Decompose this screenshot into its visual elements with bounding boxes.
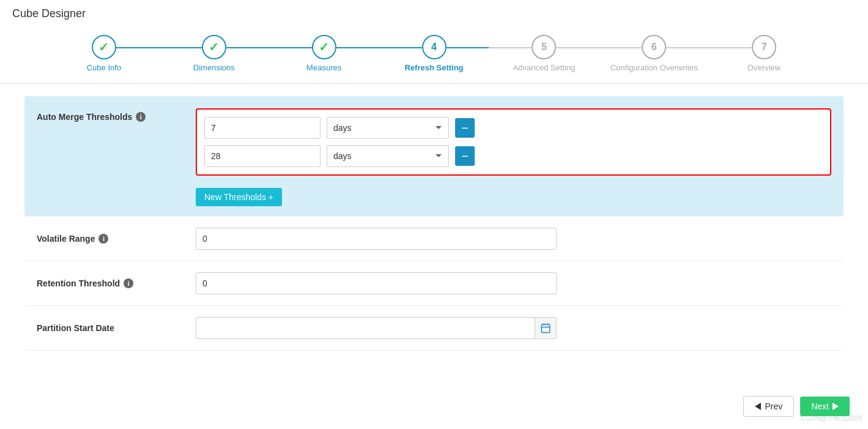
svg-marker-5	[833, 403, 839, 410]
step-2[interactable]: ✓ Dimensions	[159, 35, 269, 72]
step-4-circle: 4	[422, 35, 447, 59]
app-title: Cube Designer	[12, 7, 856, 20]
prev-button[interactable]: Prev	[743, 396, 794, 417]
step-3[interactable]: ✓ Measures	[269, 35, 379, 72]
step-6[interactable]: 6 Configuration Overwrites	[599, 35, 709, 72]
auto-merge-section: Auto Merge Thresholds i days weeks month…	[24, 96, 844, 217]
threshold-2-select[interactable]: days weeks months	[327, 145, 449, 167]
threshold-1-select[interactable]: days weeks months	[327, 117, 449, 139]
step-3-label: Measures	[306, 63, 341, 72]
checkmark-3: ✓	[319, 40, 329, 54]
calendar-icon	[540, 323, 551, 334]
svg-rect-0	[541, 324, 550, 333]
partition-start-label: Partition Start Date	[37, 323, 196, 333]
partition-start-input[interactable]	[196, 317, 535, 339]
threshold-1-input[interactable]	[204, 117, 321, 139]
step-5-circle: 5	[532, 35, 556, 59]
checkmark-1: ✓	[98, 40, 109, 54]
step-7-number: 7	[762, 42, 767, 53]
app-container: Cube Designer ✓ Cube Info ✓ Dimens	[0, 0, 868, 429]
threshold-2-input[interactable]	[204, 145, 321, 167]
auto-merge-info-icon[interactable]: i	[136, 112, 146, 122]
step-3-circle: ✓	[312, 35, 336, 59]
step-5-label: Advanced Setting	[513, 63, 575, 72]
threshold-box: days weeks months − days weeks	[196, 108, 831, 176]
header: Cube Designer ✓ Cube Info ✓ Dimens	[0, 0, 868, 84]
volatile-range-section: Volatile Range i	[24, 217, 844, 261]
retention-threshold-section: Retention Threshold i	[24, 261, 844, 306]
step-7-circle: 7	[752, 35, 776, 59]
partition-start-section: Partition Start Date	[24, 306, 844, 351]
auto-merge-label: Auto Merge Thresholds i	[37, 108, 196, 122]
next-arrow-icon	[833, 403, 839, 410]
step-1-circle: ✓	[92, 35, 116, 59]
date-input-wrapper	[196, 317, 557, 339]
threshold-row-2: days weeks months −	[204, 145, 823, 167]
watermark: CSDN@小鱼儿2020	[801, 414, 862, 423]
step-6-number: 6	[651, 42, 657, 53]
threshold-2-remove-button[interactable]: −	[455, 146, 475, 166]
step-4-number: 4	[431, 42, 437, 53]
step-4[interactable]: 4 Refresh Setting	[379, 35, 489, 72]
threshold-row-1: days weeks months −	[204, 117, 823, 139]
step-7[interactable]: 7 Overview	[709, 35, 819, 72]
step-7-label: Overview	[747, 63, 781, 72]
prev-arrow-icon	[755, 403, 761, 410]
auto-merge-controls: days weeks months − days weeks	[196, 108, 831, 206]
step-6-circle: 6	[642, 35, 666, 59]
svg-marker-4	[755, 403, 761, 410]
stepper: ✓ Cube Info ✓ Dimensions ✓	[12, 30, 856, 77]
step-4-label: Refresh Setting	[404, 63, 463, 72]
new-threshold-button[interactable]: New Thresholds +	[196, 188, 282, 206]
step-5-number: 5	[541, 42, 547, 53]
step-5[interactable]: 5 Advanced Setting	[489, 35, 599, 72]
step-1-label: Cube Info	[87, 63, 121, 72]
auto-merge-row: Auto Merge Thresholds i days weeks month…	[37, 108, 831, 206]
threshold-1-remove-button[interactable]: −	[455, 118, 475, 138]
calendar-button[interactable]	[535, 317, 557, 339]
step-2-label: Dimensions	[193, 63, 235, 72]
main-content: Auto Merge Thresholds i days weeks month…	[0, 84, 868, 363]
volatile-range-label: Volatile Range i	[37, 234, 196, 244]
step-6-label: Configuration Overwrites	[610, 63, 698, 72]
volatile-range-info-icon[interactable]: i	[98, 234, 108, 244]
volatile-range-input[interactable]	[196, 228, 557, 250]
retention-threshold-label: Retention Threshold i	[37, 278, 196, 288]
retention-threshold-info-icon[interactable]: i	[124, 278, 133, 288]
retention-threshold-input[interactable]	[196, 272, 557, 294]
checkmark-2: ✓	[209, 40, 219, 54]
step-1[interactable]: ✓ Cube Info	[49, 35, 159, 72]
step-2-circle: ✓	[202, 35, 226, 59]
